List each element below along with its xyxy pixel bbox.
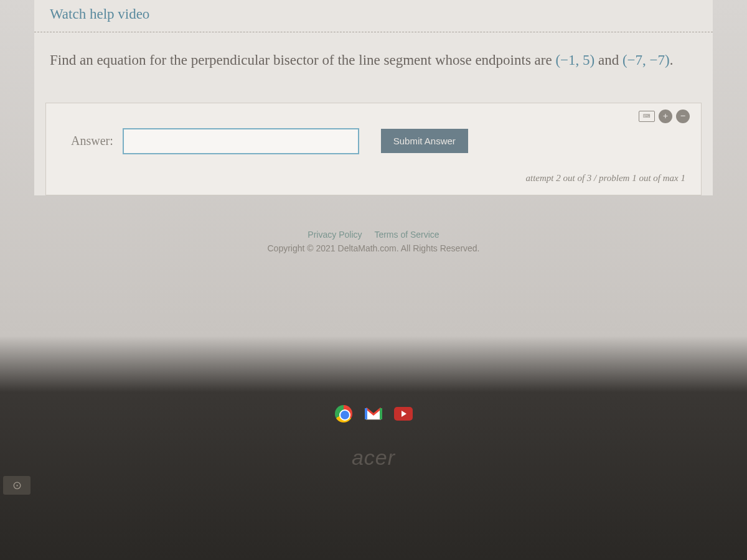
question-period: . (670, 52, 674, 68)
question-prefix: Find an equation for the perpendicular b… (50, 52, 555, 68)
zoom-in-button[interactable]: + (659, 110, 672, 123)
page-footer: Privacy Policy Terms of Service Copyrigh… (0, 230, 747, 253)
gmail-icon[interactable] (364, 404, 383, 423)
coord-1: (−1, 5) (555, 52, 594, 68)
submit-button[interactable]: Submit Answer (381, 129, 468, 153)
answer-panel: ⌨ + − Answer: Submit Answer attempt 2 ou… (45, 103, 702, 195)
answer-row: Answer: Submit Answer (62, 128, 685, 154)
privacy-link[interactable]: Privacy Policy (308, 230, 362, 240)
chrome-icon[interactable] (334, 404, 353, 423)
youtube-icon[interactable] (394, 404, 413, 423)
answer-input[interactable] (123, 128, 359, 154)
question-text: Find an equation for the perpendicular b… (34, 32, 713, 103)
copyright-text: Copyright © 2021 DeltaMath.com. All Righ… (0, 243, 747, 253)
terms-link[interactable]: Terms of Service (374, 230, 439, 240)
attempt-status: attempt 2 out of 3 / problem 1 out of ma… (62, 173, 685, 184)
coord-2: (−7, −7) (622, 52, 670, 68)
footer-links: Privacy Policy Terms of Service (0, 230, 747, 240)
question-and: and (594, 52, 622, 68)
card-header: Watch help video (34, 0, 713, 32)
camera-badge: ⊙ (3, 476, 31, 495)
keyboard-icon[interactable]: ⌨ (639, 111, 655, 122)
problem-card: Watch help video Find an equation for th… (34, 0, 713, 195)
watch-help-link[interactable]: Watch help video (50, 6, 149, 22)
answer-controls: ⌨ + − (639, 110, 690, 123)
laptop-brand: acer (352, 446, 395, 470)
taskbar (0, 404, 747, 423)
zoom-out-button[interactable]: − (676, 110, 690, 123)
answer-label: Answer: (62, 134, 113, 148)
